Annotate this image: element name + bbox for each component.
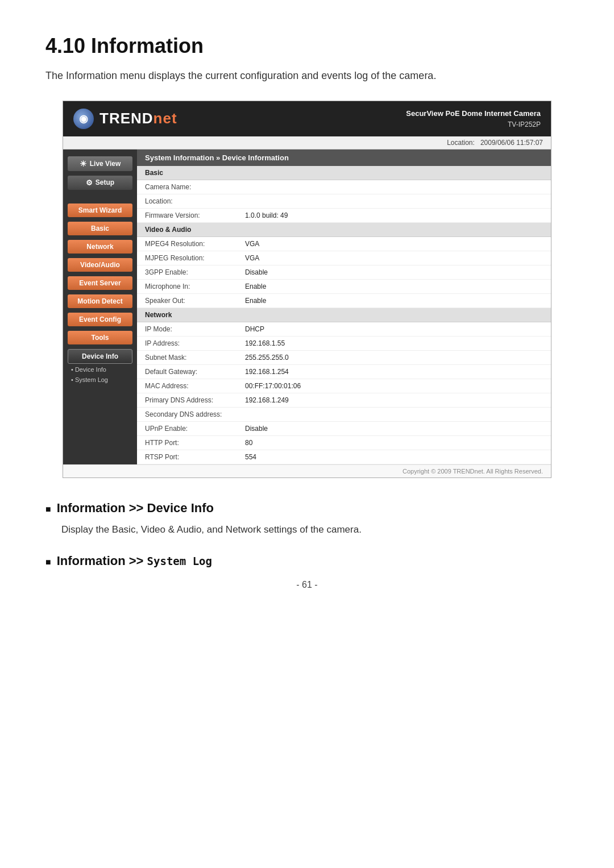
event-server-label: Event Server <box>79 279 121 287</box>
table-row: Firmware Version: 1.0.0 build: 49 <box>137 208 551 222</box>
logo-trend: TREND <box>99 110 154 127</box>
value-mac: 00:FF:17:00:01:06 <box>239 379 551 393</box>
table-row: 3GPP Enable: Disable <box>137 265 551 279</box>
event-config-label: Event Config <box>79 315 121 323</box>
sidebar-item-device-info[interactable]: Device Info <box>68 349 132 364</box>
cam-footer: Copyright © 2009 TRENDnet. All Rights Re… <box>63 464 551 477</box>
label-camera-name: Camera Name: <box>137 180 239 194</box>
section-video-audio-header: Video & Audio <box>137 222 551 236</box>
value-mjpeg: VGA <box>239 251 551 265</box>
page-number: - 61 - <box>45 580 569 590</box>
motion-detect-label: Motion Detect <box>77 297 122 305</box>
value-mpeg4: VGA <box>239 236 551 251</box>
live-view-icon: ☀ <box>80 159 87 168</box>
table-row: HTTP Port: 80 <box>137 435 551 450</box>
sidebar-item-event-config[interactable]: Event Config <box>68 313 132 326</box>
cam-sidebar: ☀ Live View ⚙ Setup Smart Wizard Basic N… <box>63 149 137 464</box>
location-value: 2009/06/06 11:57:07 <box>480 139 543 147</box>
label-ip-address: IP Address: <box>137 336 239 350</box>
value-subnet-mask: 255.255.255.0 <box>239 350 551 364</box>
value-upnp: Disable <box>239 421 551 435</box>
device-info-label: Device Info <box>82 352 118 360</box>
breadcrumb: System Information » Device Information <box>137 149 551 166</box>
page-title: 4.10 Information <box>45 34 569 58</box>
section-heading-system-log: Information >> System Log <box>45 554 569 568</box>
section-network-header: Network <box>137 308 551 322</box>
value-camera-name <box>239 180 551 194</box>
cam-product-info: SecurView PoE Dome Internet Camera TV-IP… <box>406 108 541 130</box>
table-row: RTSP Port: 554 <box>137 450 551 464</box>
tools-label: Tools <box>91 334 109 342</box>
label-speaker: Speaker Out: <box>137 293 239 308</box>
label-mac: MAC Address: <box>137 379 239 393</box>
label-rtsp-port: RTSP Port: <box>137 450 239 464</box>
cam-logo-text: TRENDnet <box>99 110 177 127</box>
info-table: Basic Camera Name: Location: Firmware Ve… <box>137 166 551 464</box>
trendnet-logo-icon: ◉ <box>73 109 94 129</box>
label-location: Location: <box>137 194 239 208</box>
setup-label: Setup <box>96 178 114 186</box>
sidebar-divider-1 <box>63 194 137 199</box>
label-microphone: Microphone In: <box>137 279 239 293</box>
table-row: Microphone In: Enable <box>137 279 551 293</box>
sidebar-item-motion-detect[interactable]: Motion Detect <box>68 294 132 308</box>
value-primary-dns: 192.168.1.249 <box>239 393 551 407</box>
page-description: The Information menu displays the curren… <box>45 68 569 84</box>
sidebar-sub-system-log[interactable]: • System Log <box>63 374 137 384</box>
sidebar-item-tools[interactable]: Tools <box>68 331 132 344</box>
section-system-log-block: Information >> System Log <box>45 554 569 568</box>
table-row: Subnet Mask: 255.255.255.0 <box>137 350 551 364</box>
value-gateway: 192.168.1.254 <box>239 364 551 379</box>
label-primary-dns: Primary DNS Address: <box>137 393 239 407</box>
label-upnp: UPnP Enable: <box>137 421 239 435</box>
sidebar-setup[interactable]: ⚙ Setup <box>68 176 132 190</box>
section-video-audio: Video & Audio <box>137 222 551 236</box>
label-http-port: HTTP Port: <box>137 435 239 450</box>
value-ip-mode: DHCP <box>239 322 551 336</box>
basic-label: Basic <box>91 225 109 232</box>
label-subnet-mask: Subnet Mask: <box>137 350 239 364</box>
logo-net: net <box>154 110 177 127</box>
table-row: Speaker Out: Enable <box>137 293 551 308</box>
table-row: MAC Address: 00:FF:17:00:01:06 <box>137 379 551 393</box>
table-row: IP Address: 192.168.1.55 <box>137 336 551 350</box>
section-heading-system-log-text: Information >> System Log <box>57 554 212 568</box>
sidebar-item-video-audio[interactable]: Video/Audio <box>68 258 132 272</box>
label-mjpeg: MJPEG Resolution: <box>137 251 239 265</box>
value-speaker: Enable <box>239 293 551 308</box>
sidebar-item-event-server[interactable]: Event Server <box>68 276 132 290</box>
label-gateway: Default Gateway: <box>137 364 239 379</box>
table-row: UPnP Enable: Disable <box>137 421 551 435</box>
section-heading-device-info: Information >> Device Info <box>45 501 569 516</box>
table-row: Default Gateway: 192.168.1.254 <box>137 364 551 379</box>
label-mpeg4: MPEG4 Resolution: <box>137 236 239 251</box>
label-3gpp: 3GPP Enable: <box>137 265 239 279</box>
table-row: Primary DNS Address: 192.168.1.249 <box>137 393 551 407</box>
setup-icon: ⚙ <box>86 178 93 187</box>
table-row: MPEG4 Resolution: VGA <box>137 236 551 251</box>
section-basic-header: Basic <box>137 166 551 180</box>
video-audio-label: Video/Audio <box>80 261 120 269</box>
label-ip-mode: IP Mode: <box>137 322 239 336</box>
product-name: SecurView PoE Dome Internet Camera <box>406 108 541 119</box>
section-network: Network <box>137 308 551 322</box>
value-secondary-dns <box>239 407 551 421</box>
sidebar-item-basic[interactable]: Basic <box>68 222 132 235</box>
table-row: Location: <box>137 194 551 208</box>
cam-header: ◉ TRENDnet SecurView PoE Dome Internet C… <box>63 101 551 136</box>
value-http-port: 80 <box>239 435 551 450</box>
sidebar-item-network[interactable]: Network <box>68 240 132 254</box>
section-heading-device-info-text: Information >> Device Info <box>57 501 214 516</box>
sidebar-live-view[interactable]: ☀ Live View <box>68 156 132 171</box>
network-label: Network <box>86 243 113 251</box>
cam-logo: ◉ TRENDnet <box>73 109 177 129</box>
value-location <box>239 194 551 208</box>
value-microphone: Enable <box>239 279 551 293</box>
sidebar-item-smart-wizard[interactable]: Smart Wizard <box>68 203 132 217</box>
value-rtsp-port: 554 <box>239 450 551 464</box>
section-device-info-block: Information >> Device Info Display the B… <box>45 501 569 537</box>
table-row: IP Mode: DHCP <box>137 322 551 336</box>
section-body-device-info: Display the Basic, Video & Audio, and Ne… <box>61 522 569 537</box>
sidebar-sub-device-info[interactable]: • Device Info <box>63 364 137 374</box>
value-3gpp: Disable <box>239 265 551 279</box>
